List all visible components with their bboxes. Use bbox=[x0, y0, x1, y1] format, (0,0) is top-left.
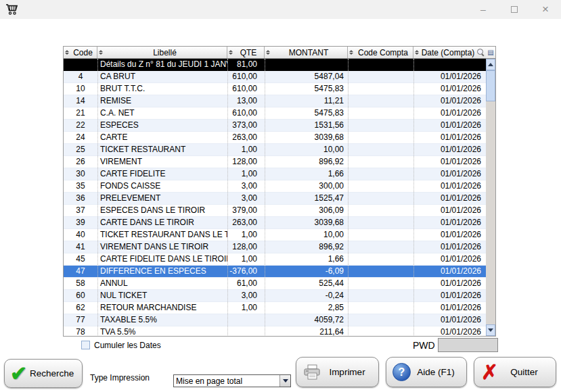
table-row[interactable]: 22 ESPECES 373,00 1531,56 01/01/2026 bbox=[64, 120, 486, 132]
cell-libelle: CARTE FIDELITE DANS LE TIROIR bbox=[97, 253, 227, 265]
cell-code-compta bbox=[348, 107, 413, 119]
cell-montant: 896,92 bbox=[265, 241, 348, 253]
cell-montant: 211,64 bbox=[265, 326, 348, 336]
column-header-code-compta[interactable]: Code Compta bbox=[348, 47, 413, 58]
cell-date: 01/01/2026 bbox=[413, 253, 486, 265]
printer-icon bbox=[302, 364, 321, 381]
cell-qte: 3,00 bbox=[227, 290, 265, 301]
table-row[interactable]: 10 BRUT T.T.C. 610,00 5475,83 01/01/2026 bbox=[64, 83, 486, 95]
cell-montant: 1,66 bbox=[265, 253, 348, 265]
cell-qte: 610,00 bbox=[227, 83, 265, 95]
sort-icon bbox=[265, 50, 270, 55]
cumuler-dates-checkbox[interactable] bbox=[81, 341, 90, 349]
maximize-button[interactable] bbox=[499, 0, 530, 19]
cell-code: 45 bbox=[64, 253, 97, 265]
table-row[interactable]: 62 RETOUR MARCHANDISE 1,00 2,85 01/01/20… bbox=[64, 302, 486, 314]
cell-code-compta bbox=[348, 95, 413, 107]
cell-code: 58 bbox=[64, 278, 97, 289]
scroll-down-button[interactable] bbox=[486, 324, 495, 336]
cell-qte: 263,00 bbox=[227, 217, 265, 228]
scroll-up-button[interactable] bbox=[486, 59, 495, 70]
table-row[interactable]: 14 REMISE 13,00 11,21 01/01/2026 bbox=[64, 95, 486, 107]
table-row[interactable]: 41 VIREMENT DANS LE TIROIR 128,00 896,92… bbox=[64, 241, 486, 253]
search-icon[interactable] bbox=[477, 49, 485, 56]
table-row[interactable]: 24 CARTE 263,00 3039,68 01/01/2026 bbox=[64, 132, 486, 144]
vertical-scrollbar[interactable] bbox=[486, 59, 495, 336]
cell-qte: 373,00 bbox=[227, 120, 265, 131]
cell-montant: 5475,83 bbox=[265, 83, 348, 95]
cell-code-compta bbox=[348, 241, 413, 253]
cell-montant: 2,85 bbox=[265, 302, 348, 314]
maximize-icon bbox=[511, 6, 518, 13]
shopping-cart-icon bbox=[5, 3, 20, 16]
table-row[interactable]: 60 NUL TICKET 3,00 -0,24 01/01/2026 bbox=[64, 290, 486, 302]
cell-montant: 3039,68 bbox=[265, 132, 348, 143]
column-header-montant[interactable]: MONTANT bbox=[265, 47, 348, 58]
table-row[interactable]: 36 PRELEVEMENT 3,00 1525,47 01/01/2026 bbox=[64, 193, 486, 205]
column-label: Code Compta bbox=[353, 48, 413, 57]
cell-code: 4 bbox=[64, 71, 97, 82]
table-row[interactable]: 37 ESPECES DANS LE TIROIR 379,00 306,09 … bbox=[64, 205, 486, 217]
cell-libelle: CARTE FIDELITE bbox=[97, 168, 227, 180]
imprimer-button[interactable]: Imprimer bbox=[296, 357, 379, 387]
table-row[interactable]: 47 DIFFERENCE EN ESPECES -376,00 -6,09 0… bbox=[64, 266, 486, 278]
type-impression-dropdown[interactable]: Mise en page total bbox=[173, 374, 291, 387]
detail-summary-row[interactable]: Détails du Z n° 81 du JEUDI 1 JANVIER 81… bbox=[64, 59, 486, 71]
table-row[interactable]: 21 C.A. NET 610,00 5475,83 01/01/2026 bbox=[64, 107, 486, 120]
table-row[interactable]: 40 TICKET RESTAURANT DANS LE TIROIR 1,00… bbox=[64, 229, 486, 241]
minimize-button[interactable]: – bbox=[468, 0, 499, 19]
table-row[interactable]: 45 CARTE FIDELITE DANS LE TIROIR 1,00 1,… bbox=[64, 253, 486, 266]
table-row[interactable]: 26 VIREMENT 128,00 896,92 01/01/2026 bbox=[64, 156, 486, 168]
column-header-libelle[interactable]: Libellé bbox=[97, 47, 227, 58]
cell-date: 01/01/2026 bbox=[413, 266, 486, 277]
cell-code: 37 bbox=[64, 205, 97, 216]
cell-libelle: VIREMENT DANS LE TIROIR bbox=[97, 241, 227, 253]
table-row[interactable]: 30 CARTE FIDELITE 1,00 1,66 01/01/2026 bbox=[64, 168, 486, 180]
cell-code: 39 bbox=[64, 217, 97, 228]
table-row[interactable]: 4 CA BRUT 610,00 5487,04 01/01/2026 bbox=[64, 71, 486, 83]
cell-montant: 5475,83 bbox=[265, 107, 348, 119]
cell-code: 60 bbox=[64, 290, 97, 301]
close-button[interactable]: × bbox=[530, 0, 561, 19]
table-row[interactable]: 25 TICKET RESTAURANT 1,00 10,00 01/01/20… bbox=[64, 144, 486, 156]
cell-date: 01/01/2026 bbox=[413, 132, 486, 143]
recherche-button[interactable]: ✔ Recherche bbox=[4, 359, 83, 388]
cell-code: 47 bbox=[64, 266, 97, 277]
column-label: MONTANT bbox=[270, 48, 347, 57]
cell-qte bbox=[227, 326, 265, 336]
table-row[interactable]: 58 ANNUL 61,00 525,44 01/01/2026 bbox=[64, 278, 486, 290]
table-row[interactable]: 35 FONDS CAISSE 3,00 300,00 01/01/2026 bbox=[64, 180, 486, 193]
column-chooser-icon[interactable]: ▤ bbox=[486, 47, 495, 59]
cell-code-compta bbox=[348, 59, 413, 71]
table-header: Code Libellé QTE MONTANT Code Compta Dat… bbox=[64, 47, 486, 59]
chevron-down-icon[interactable] bbox=[279, 375, 290, 387]
cell-montant: 3039,68 bbox=[265, 217, 348, 228]
cell-qte: -376,00 bbox=[227, 266, 265, 277]
cell-libelle: TICKET RESTAURANT bbox=[97, 144, 227, 155]
cell-code: 25 bbox=[64, 144, 97, 155]
cell-code: 21 bbox=[64, 107, 97, 119]
cell-libelle: CA BRUT bbox=[97, 71, 227, 82]
cell-qte: 1,00 bbox=[227, 144, 265, 155]
cell-code-compta bbox=[348, 229, 413, 241]
dropdown-value: Mise en page total bbox=[174, 376, 279, 386]
cell-code-compta bbox=[348, 132, 413, 143]
cell-code: 77 bbox=[64, 314, 97, 326]
scrollbar-thumb[interactable] bbox=[486, 70, 495, 101]
column-header-code[interactable]: Code bbox=[64, 47, 97, 58]
quitter-button[interactable]: ✗ Quitter bbox=[474, 357, 556, 387]
table-row[interactable]: 39 CARTE DANS LE TIROIR 263,00 3039,68 0… bbox=[64, 217, 486, 229]
cell-code-compta bbox=[348, 180, 413, 192]
cell-qte: 61,00 bbox=[227, 278, 265, 289]
table-row[interactable]: 78 TVA 5.5% 211,64 01/01/2026 bbox=[64, 326, 486, 336]
pwd-input[interactable] bbox=[438, 338, 498, 352]
table-row[interactable]: 77 TAXABLE 5.5% 4059,72 01/01/2026 bbox=[64, 314, 486, 326]
sort-icon bbox=[228, 50, 233, 55]
cell-qte: 263,00 bbox=[227, 132, 265, 143]
cell-code-compta bbox=[348, 326, 413, 336]
column-header-qte[interactable]: QTE bbox=[227, 47, 265, 58]
aide-button[interactable]: ? Aide (F1) bbox=[386, 357, 467, 387]
cell-qte: 13,00 bbox=[227, 95, 265, 107]
cell-code-compta bbox=[348, 193, 413, 204]
column-header-date-compta[interactable]: Date (Compta) bbox=[413, 47, 486, 58]
